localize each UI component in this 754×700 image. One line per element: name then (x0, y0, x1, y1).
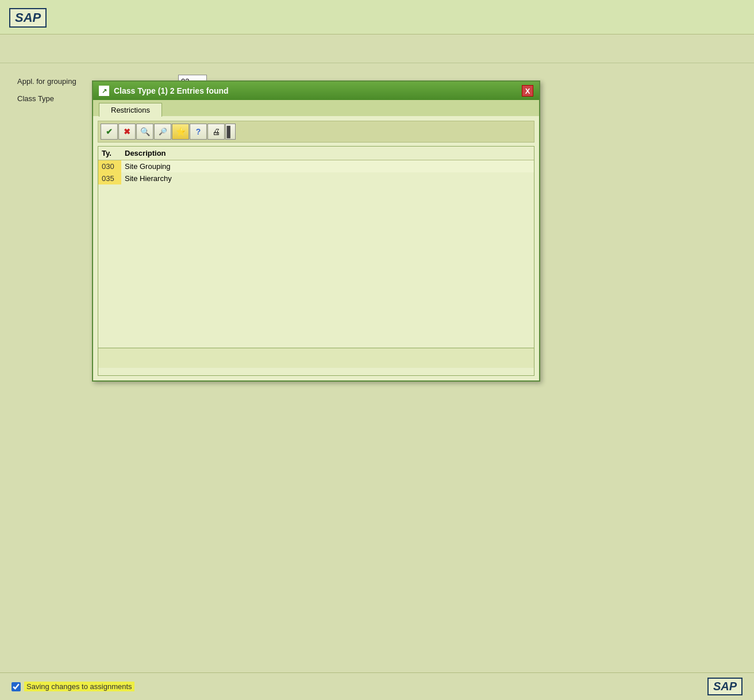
help-button[interactable]: ? (190, 124, 207, 140)
row-desc-1: Site Hierarchy (121, 172, 534, 184)
find-next-button[interactable]: 🔎 (154, 124, 171, 140)
find-icon: 🔍 (140, 127, 150, 136)
row-ty-1: 035 (98, 172, 121, 184)
row-desc-0: Site Grouping (121, 160, 534, 173)
print2-button[interactable]: ▌ (225, 124, 236, 140)
help-icon: ? (196, 127, 201, 136)
favorites-button[interactable]: ⭐ (172, 124, 189, 140)
col-header-description: Description (121, 147, 534, 160)
dialog-title-text: Class Type (1) 2 Entries found (114, 86, 229, 95)
footer-sap-logo: SAP (707, 678, 743, 695)
class-type-table: Ty. Description 030 Site Grouping 035 (98, 147, 534, 184)
saving-status-text: Saving changes to assignments (24, 682, 134, 691)
dialog-toolbar: ✔ ✖ 🔍 🔎 ⭐ ? 🖨 (98, 121, 534, 143)
dialog-close-button[interactable]: X (522, 85, 533, 97)
dialog-title-left: ↗ Class Type (1) 2 Entries found (99, 86, 229, 96)
star-icon: ⭐ (176, 127, 186, 136)
dialog-export-icon: ↗ (99, 86, 109, 96)
footer-status: Saving changes to assignments (11, 682, 134, 691)
cancel-button[interactable]: ✖ (118, 124, 136, 140)
table-scroll-area: Ty. Description 030 Site Grouping 035 (98, 147, 534, 348)
accept-button[interactable]: ✔ (101, 124, 118, 140)
dialog-titlebar: ↗ Class Type (1) 2 Entries found X (93, 82, 539, 100)
page-footer: Saving changes to assignments SAP (0, 672, 754, 700)
sap-logo: SAP (9, 8, 47, 28)
tab-restrictions[interactable]: Restrictions (99, 103, 162, 117)
dialog-status-bar (98, 348, 534, 368)
toolbar-area (0, 34, 754, 63)
find-button[interactable]: 🔍 (136, 124, 153, 140)
cancel-icon: ✖ (124, 127, 130, 136)
main-content: Appl. for grouping Class Type ↗ Class Ty… (0, 63, 754, 121)
accept-icon: ✔ (106, 127, 113, 136)
print-icon: 🖨 (212, 127, 220, 136)
sap-header: SAP (0, 0, 754, 34)
table-container: Ty. Description 030 Site Grouping 035 (98, 146, 534, 376)
print2-icon: ▌ (227, 126, 234, 137)
saving-checkbox[interactable] (11, 682, 21, 691)
row-ty-0: 030 (98, 160, 121, 173)
table-row[interactable]: 035 Site Hierarchy (98, 172, 534, 184)
find-next-icon: 🔎 (159, 128, 167, 136)
dialog-tab-strip: Restrictions (93, 100, 539, 116)
dialog-body: ✔ ✖ 🔍 🔎 ⭐ ? 🖨 (93, 116, 539, 380)
col-header-ty: Ty. (98, 147, 121, 160)
class-type-dialog: ↗ Class Type (1) 2 Entries found X Restr… (92, 80, 540, 382)
print-button[interactable]: 🖨 (207, 124, 225, 140)
table-row[interactable]: 030 Site Grouping (98, 160, 534, 173)
